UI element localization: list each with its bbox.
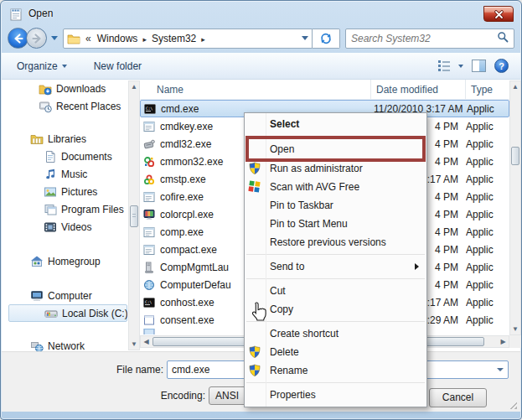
refresh-button[interactable]: [313, 29, 340, 49]
breadcrumb-item-system32[interactable]: System32: [148, 31, 199, 46]
file-type: Applic: [466, 279, 509, 291]
sidebar-item-recent-places[interactable]: Recent Places: [8, 97, 127, 115]
menu-item-run-as-administrator[interactable]: Run as administrator: [245, 159, 426, 178]
cancel-button[interactable]: Cancel: [429, 388, 487, 407]
sidebar-item-music[interactable]: Music: [8, 165, 127, 183]
change-view-button[interactable]: [438, 60, 450, 71]
column-header-date-modified[interactable]: Date modified: [371, 80, 466, 99]
menu-item-create-shortcut[interactable]: Create shortcut: [245, 324, 426, 343]
file-type: Applic: [466, 191, 509, 203]
breadcrumb-overflow-chevrons[interactable]: «: [83, 33, 94, 44]
menu-item-rename[interactable]: Rename: [245, 361, 426, 380]
breadcrumb-separator-icon[interactable]: ▸: [199, 35, 207, 44]
close-button[interactable]: [483, 6, 514, 22]
menu-item-open[interactable]: Open: [245, 139, 426, 159]
resize-grip[interactable]: [509, 401, 517, 409]
avg-icon: [248, 180, 261, 194]
menu-item-scan-with-avg-free[interactable]: Scan with AVG Free: [245, 178, 426, 196]
menu-item-pin-to-start-menu[interactable]: Pin to Start Menu: [245, 215, 426, 233]
menu-separator: [246, 278, 425, 279]
scroll-down-arrow-icon[interactable]: ▼: [129, 339, 139, 350]
list-scrollbar[interactable]: ▲ ▼: [509, 80, 521, 335]
local-disk-icon: [44, 307, 58, 320]
list-scroll-thumb[interactable]: [511, 147, 519, 165]
sidebar-item-libraries[interactable]: Libraries: [8, 130, 127, 148]
nav-history-dropdown[interactable]: [51, 36, 58, 40]
sidebar-spacer: [8, 115, 127, 130]
menu-item-pin-to-taskbar[interactable]: Pin to Taskbar: [245, 196, 426, 215]
scroll-up-arrow-icon[interactable]: ▲: [510, 81, 520, 92]
preview-pane-button[interactable]: [472, 60, 486, 72]
breadcrumb-separator-icon[interactable]: ▸: [141, 35, 148, 44]
menu-item-select[interactable]: Select: [245, 115, 426, 133]
documents-icon: [44, 150, 57, 163]
scroll-left-arrow-icon[interactable]: ◀: [141, 336, 152, 347]
sidebar-item-label: Pictures: [61, 186, 97, 198]
modem-icon: [143, 138, 155, 150]
sidebar-spacer: [8, 270, 127, 287]
cmd-icon: C:\: [143, 297, 155, 309]
sidebar-item-computer[interactable]: Computer: [8, 287, 127, 304]
sidebar-spacer: [8, 322, 127, 337]
sidebar-item-pictures[interactable]: Pictures: [8, 183, 127, 200]
menu-separator: [246, 321, 425, 322]
window-title: Open: [28, 8, 53, 19]
sidebar-item-label: Computer: [48, 290, 92, 302]
sidebar-item-documents[interactable]: Documents: [8, 148, 127, 165]
address-bar[interactable]: « Windows▸System32▸: [63, 29, 313, 49]
menu-item-label: Scan with AVG Free: [270, 181, 359, 193]
open-dialog-window: Open « Windows▸System32▸: [0, 0, 522, 420]
context-menu: SelectOpenRun as administratorScan with …: [244, 112, 427, 407]
menu-item-label: Open: [270, 143, 294, 155]
computer-icon: [30, 289, 44, 303]
new-folder-button[interactable]: New folder: [87, 57, 148, 75]
sidebar-item-homegroup[interactable]: Homegroup: [8, 252, 127, 270]
program-files-icon: [44, 203, 57, 216]
file-type: Applic: [466, 174, 509, 185]
menu-separator: [246, 136, 425, 137]
sidebar-item-videos[interactable]: Videos: [8, 218, 127, 236]
views-dropdown-arrow[interactable]: [458, 65, 463, 68]
search-icon[interactable]: [497, 31, 509, 45]
column-header-type[interactable]: Type: [466, 80, 509, 99]
file-type: Applic: [466, 297, 509, 309]
scroll-right-arrow-icon[interactable]: ▶: [498, 336, 509, 347]
file-name-dropdown-arrow[interactable]: [493, 362, 507, 377]
search-box[interactable]: [345, 29, 514, 49]
search-input[interactable]: [346, 33, 497, 44]
menu-item-properties[interactable]: Properties: [245, 386, 426, 404]
organize-button[interactable]: Organize: [10, 57, 74, 75]
menu-item-cut[interactable]: Cut: [245, 282, 426, 300]
menu-item-delete[interactable]: Delete: [245, 343, 426, 361]
forward-button[interactable]: [26, 28, 47, 49]
sidebar-item-local-disk-c[interactable]: Local Disk (C:): [8, 304, 127, 322]
help-button[interactable]: ?: [494, 59, 509, 73]
submenu-arrow-icon: [415, 263, 419, 270]
sidebar-item-downloads[interactable]: Downloads: [8, 80, 127, 97]
menu-item-label: Create shortcut: [270, 328, 339, 340]
menu-item-copy[interactable]: Copy: [245, 300, 426, 319]
network-icon: [30, 340, 44, 352]
app-icon: [143, 226, 155, 238]
menu-item-label: Cut: [270, 285, 286, 297]
app-icon: [143, 121, 155, 132]
sidebar-item-label: Network: [48, 340, 85, 352]
menu-item-send-to[interactable]: Send to: [245, 257, 426, 276]
svg-text:C:\: C:\: [146, 106, 153, 110]
downloads-icon: [39, 82, 52, 96]
notepad-icon: [10, 8, 23, 21]
sidebar-scroll-thumb[interactable]: [130, 205, 138, 227]
address-dropdown-arrow[interactable]: [302, 36, 308, 40]
app-icon: [143, 191, 155, 203]
scroll-up-arrow-icon[interactable]: ▲: [129, 81, 139, 92]
breadcrumb-item-windows[interactable]: Windows: [94, 31, 142, 46]
sidebar-item-program-files[interactable]: Program Files: [8, 200, 127, 218]
scrollbar-corner: [509, 335, 522, 348]
file-type: Applic: [466, 314, 509, 326]
rings-icon: [143, 156, 155, 168]
scroll-down-arrow-icon[interactable]: ▼: [510, 324, 520, 334]
sidebar-item-network[interactable]: Network: [8, 337, 127, 351]
menu-item-restore-previous-versions[interactable]: Restore previous versions: [245, 233, 426, 251]
column-header-name[interactable]: Name: [140, 80, 371, 99]
sidebar-scrollbar[interactable]: ▲ ▼: [128, 80, 140, 350]
